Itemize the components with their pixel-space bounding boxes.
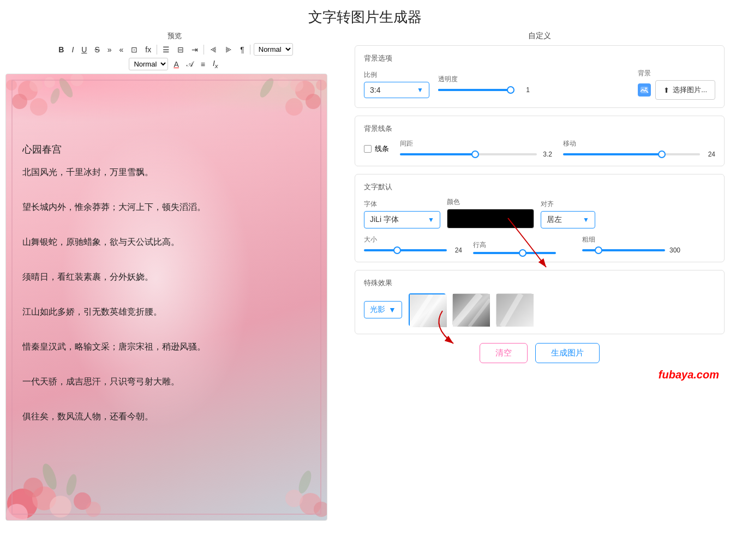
svg-point-4 — [6, 80, 17, 91]
brush-icon[interactable]: 𝒜 — [184, 58, 195, 70]
preview-label: 预览 — [5, 31, 344, 41]
text-defaults-row1: 字体 JiLi 字体 ▼ 颜色 对齐 居左 ▼ — [364, 197, 715, 228]
line-height-thumb[interactable] — [519, 249, 526, 257]
quote1-button[interactable]: » — [105, 44, 114, 55]
svg-point-12 — [278, 77, 289, 88]
svg-point-13 — [316, 80, 327, 91]
font-select[interactable]: JiLi 字体 ▼ — [364, 211, 440, 228]
indent-button[interactable]: ⇥ — [189, 44, 200, 55]
move-thumb[interactable] — [658, 150, 666, 158]
ratio-field: 比例 3:4 ▼ — [364, 70, 429, 98]
transparency-label: 透明度 — [438, 75, 629, 84]
fx-button[interactable]: fx — [143, 44, 153, 55]
lines-checkbox[interactable] — [364, 145, 372, 153]
preview-line-spacer3 — [22, 251, 310, 268]
interval-value: 3.2 — [541, 150, 552, 158]
transparency-field: 透明度 1 — [438, 75, 629, 94]
toolbar-row2: Normal A 𝒜 ≡ Ix — [5, 58, 344, 70]
quote2-button[interactable]: « — [117, 44, 126, 55]
preview-title: 心园春宫 — [22, 140, 310, 159]
clear-button[interactable]: 清空 — [480, 343, 528, 363]
style-select[interactable]: Normal — [254, 43, 293, 56]
generate-button[interactable]: 生成图片 — [535, 343, 600, 363]
weight-thumb[interactable] — [595, 246, 602, 254]
customize-label: 自定义 — [355, 31, 725, 41]
toolbar-section: 预览 B I U S » « ⊡ fx ☰ ⊟ ⇥ ⫷ ⫸ ¶ Nor — [5, 31, 344, 70]
bottom-buttons: 清空 生成图片 — [355, 343, 725, 363]
interval-slider-row: 3.2 — [400, 150, 552, 158]
upload-icon: ⬆ — [663, 86, 669, 94]
preview-line-spacer2 — [22, 216, 310, 233]
lines-checkbox-label[interactable]: 线条 — [364, 144, 389, 154]
separator1 — [157, 45, 157, 55]
effect-thumbnail-3[interactable] — [496, 293, 533, 326]
preview-line-spacer1 — [22, 181, 310, 198]
align-right-button[interactable]: ⫸ — [223, 44, 235, 55]
align-field: 对齐 居左 ▼ — [541, 200, 595, 228]
preview-line-7: 一代天骄，成吉思汗，只识弯弓射大雕。 — [22, 373, 310, 390]
background-section: 背景选项 比例 3:4 ▼ 透明度 1 — [355, 45, 725, 108]
svg-point-1 — [29, 79, 43, 92]
strikethrough-button[interactable]: S — [92, 44, 101, 55]
size-label: 大小 — [364, 235, 462, 244]
align-left-button[interactable]: ⫷ — [207, 44, 219, 55]
style-select2[interactable]: Normal — [129, 58, 168, 70]
size-thumb[interactable] — [393, 246, 401, 254]
preview-line-spacer5 — [22, 321, 310, 338]
move-label: 移动 — [563, 139, 715, 148]
lines-row: 线条 间距 3.2 移动 — [364, 139, 715, 158]
effect-preview-svg-3 — [496, 294, 534, 327]
weight-track — [582, 249, 665, 251]
toolbar-row1: B I U S » « ⊡ fx ☰ ⊟ ⇥ ⫷ ⫸ ¶ Normal — [5, 43, 344, 56]
interval-fill — [400, 153, 475, 155]
bg-label: 背景 — [638, 69, 715, 78]
line-height-track — [473, 252, 556, 254]
choose-image-label: 选择图片... — [673, 85, 707, 95]
line-height-slider-row — [473, 252, 571, 254]
lines-label: 线条 — [375, 144, 389, 154]
text-color-icon[interactable]: A — [171, 59, 181, 70]
interval-field: 间距 3.2 — [400, 139, 552, 158]
line-height-label: 行高 — [473, 240, 571, 250]
transparency-thumb[interactable] — [507, 86, 514, 94]
preview-line-3: 山舞银蛇，原驰蜡象，欲与天公试比高。 — [22, 233, 310, 251]
align-center-icon[interactable]: ≡ — [199, 59, 207, 70]
interval-thumb[interactable] — [471, 150, 479, 158]
ratio-label: 比例 — [364, 70, 429, 80]
svg-point-31 — [645, 88, 647, 89]
clear-format-icon[interactable]: Ix — [211, 58, 220, 70]
ratio-value: 3:4 — [370, 86, 380, 94]
svg-point-23 — [64, 473, 79, 497]
color-swatch[interactable] — [447, 209, 534, 228]
italic-button[interactable]: I — [69, 44, 76, 55]
list-button[interactable]: ☰ — [160, 44, 172, 55]
ratio-select[interactable]: 3:4 ▼ — [364, 82, 429, 98]
bold-button[interactable]: B — [56, 44, 66, 55]
underline-button[interactable]: U — [79, 44, 89, 55]
flowers-top-right-svg — [218, 74, 327, 145]
paragraph-button[interactable]: ¶ — [238, 44, 247, 55]
text-defaults-section: 文字默认 字体 JiLi 字体 ▼ 颜色 对齐 居左 — [355, 174, 725, 262]
effect-name: 光影 — [370, 305, 385, 315]
effect-thumbnail-2[interactable] — [452, 293, 489, 326]
transparency-track — [438, 89, 514, 91]
size-field: 大小 24 — [364, 235, 462, 254]
align-select[interactable]: 居左 ▼ — [541, 211, 595, 228]
transparency-slider-row: 1 — [438, 86, 629, 94]
svg-point-7 — [30, 98, 47, 116]
effects-title: 特殊效果 — [364, 278, 715, 288]
preview-text-area[interactable]: 心园春宫 北国风光，千里冰封，万里雪飘。 望长城内外，惟余莽莽；大河上下，顿失滔… — [22, 140, 310, 433]
svg-point-8 — [70, 74, 83, 86]
effect-thumbnail-1[interactable] — [409, 293, 446, 326]
preview-line-4: 须晴日，看红装素裹，分外妖娆。 — [22, 268, 310, 286]
list-ordered-button[interactable]: ⊟ — [175, 44, 186, 55]
svg-point-15 — [285, 98, 303, 116]
align-label: 对齐 — [541, 200, 595, 209]
svg-point-2 — [12, 94, 27, 109]
preview-line-spacer7 — [22, 390, 310, 408]
choose-image-button[interactable]: ⬆ 选择图片... — [655, 80, 715, 100]
effect-dropdown[interactable]: 光影 ▼ — [364, 301, 402, 318]
move-track — [563, 153, 700, 155]
interval-label: 间距 — [400, 139, 552, 148]
inline-code-button[interactable]: ⊡ — [129, 44, 140, 55]
